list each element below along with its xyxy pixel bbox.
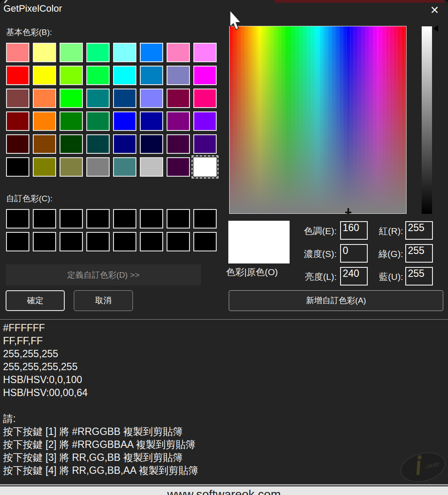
basic-color-swatch[interactable] [86, 111, 110, 131]
basic-color-swatch[interactable] [86, 66, 110, 85]
basic-color-swatch[interactable] [60, 89, 83, 108]
custom-colors-label: 自訂色彩(C): [6, 193, 53, 204]
luminance-marker-arrow-icon[interactable] [433, 25, 438, 32]
custom-color-swatch[interactable] [33, 209, 56, 228]
basic-color-swatch[interactable] [6, 134, 29, 154]
basic-color-swatch[interactable] [86, 134, 110, 154]
output-lines: #FFFFFFFF,FF,FF255,255,255255,255,255,25… [3, 321, 443, 477]
output-line: 按下按鍵 [3] 將 RR,GG,BB 複製到剪貼簿 [3, 451, 443, 464]
output-line: #FFFFFF [3, 321, 443, 334]
custom-color-swatch[interactable] [140, 209, 163, 228]
custom-color-swatch[interactable] [113, 209, 136, 228]
basic-color-swatch[interactable] [140, 43, 163, 62]
red-input[interactable] [405, 221, 433, 240]
basic-color-swatch[interactable] [60, 111, 83, 131]
basic-color-swatch[interactable] [6, 43, 29, 62]
basic-color-swatch[interactable] [113, 157, 136, 177]
basic-color-swatch[interactable] [60, 157, 83, 177]
basic-color-swatch[interactable] [86, 157, 110, 177]
basic-color-swatch[interactable] [167, 89, 190, 108]
basic-color-swatch[interactable] [86, 89, 110, 108]
basic-color-swatch[interactable] [167, 134, 190, 154]
basic-color-swatch[interactable] [6, 157, 29, 177]
footer-groove-line [0, 484, 448, 485]
mouse-cursor-icon [228, 10, 242, 30]
basic-color-swatch[interactable] [6, 66, 29, 85]
basic-color-swatch[interactable] [193, 111, 217, 131]
custom-color-swatch[interactable] [167, 209, 190, 228]
basic-color-swatch[interactable] [167, 66, 190, 85]
basic-color-swatch[interactable] [60, 43, 83, 62]
luminance-input[interactable] [340, 267, 368, 286]
basic-color-swatch[interactable] [193, 134, 217, 154]
red-label: 紅(R): [365, 225, 403, 237]
basic-color-swatch[interactable] [140, 134, 163, 154]
basic-color-swatch[interactable] [60, 134, 83, 154]
basic-color-swatch[interactable] [140, 89, 163, 108]
luminance-label: 亮度(L): [286, 271, 337, 283]
green-input[interactable] [405, 244, 433, 263]
custom-color-swatch[interactable] [193, 209, 217, 228]
basic-color-swatch[interactable] [113, 134, 136, 154]
basic-color-swatch[interactable] [113, 111, 136, 131]
basic-color-swatch[interactable] [6, 111, 29, 131]
output-line: 按下按鍵 [1] 將 #RRGGBB 複製到剪貼簿 [3, 425, 443, 438]
basic-color-swatch[interactable] [193, 43, 217, 62]
basic-color-swatch[interactable] [140, 111, 163, 131]
custom-color-swatch[interactable] [6, 232, 29, 251]
output-line: FF,FF,FF [3, 334, 443, 347]
basic-color-swatch[interactable] [167, 111, 190, 131]
basic-color-swatch[interactable] [33, 111, 56, 131]
custom-color-swatch[interactable] [86, 232, 110, 251]
luminance-bar[interactable] [422, 26, 432, 214]
basic-color-swatch[interactable] [6, 89, 29, 108]
basic-color-swatch[interactable] [167, 43, 190, 62]
basic-color-swatch[interactable] [33, 157, 56, 177]
basic-color-swatch[interactable] [86, 43, 110, 62]
basic-color-swatch[interactable] [140, 66, 163, 85]
custom-color-swatch[interactable] [33, 232, 56, 251]
hue-saturation-field[interactable] [229, 26, 407, 214]
output-line [3, 399, 443, 412]
custom-color-swatch[interactable] [140, 232, 163, 251]
basic-color-swatch[interactable] [33, 43, 56, 62]
basic-color-swatch[interactable] [113, 89, 136, 108]
basic-color-swatch[interactable] [113, 66, 136, 85]
basic-color-swatch[interactable] [60, 66, 83, 85]
basic-color-swatch[interactable] [113, 43, 136, 62]
basic-color-swatch[interactable] [33, 89, 56, 108]
window-title: GetPixelColor [3, 3, 62, 14]
footer-bar: www.softwareok.com [0, 486, 448, 495]
add-custom-color-button[interactable]: 新增自訂色彩(A) [229, 290, 443, 311]
output-line: HSB/HSV:00,00,64 [3, 386, 443, 399]
basic-color-swatch[interactable] [193, 157, 217, 177]
basic-color-swatch[interactable] [140, 157, 163, 177]
custom-color-swatch[interactable] [86, 209, 110, 228]
cancel-button[interactable]: 取消 [74, 290, 133, 311]
custom-color-swatch[interactable] [193, 232, 217, 251]
getpixelcolor-window: -note GetPixelColor ✕ 基本色彩(B): 自訂色彩(C): … [0, 0, 448, 495]
softwareok-link[interactable]: www.softwareok.com [167, 488, 281, 495]
basic-color-swatch[interactable] [33, 66, 56, 85]
basic-color-swatch[interactable] [167, 157, 190, 177]
basic-color-swatch[interactable] [33, 134, 56, 154]
custom-color-swatch[interactable] [60, 232, 83, 251]
ok-button[interactable]: 確定 [6, 290, 65, 311]
output-line: 255,255,255 [3, 347, 443, 360]
custom-color-swatch[interactable] [113, 232, 136, 251]
output-divider [0, 319, 448, 320]
basic-color-swatch[interactable] [193, 66, 217, 85]
saturation-input[interactable] [340, 244, 368, 263]
custom-color-swatch[interactable] [60, 209, 83, 228]
basic-color-swatch[interactable] [193, 89, 217, 108]
hue-saturation-marker-icon[interactable] [345, 208, 351, 214]
color-solid-label: 色彩|原色(O) [226, 266, 278, 278]
hue-input[interactable] [340, 221, 368, 240]
hue-label: 色調(E): [286, 225, 337, 237]
close-button[interactable]: ✕ [426, 2, 443, 18]
define-custom-colors-button[interactable]: 定義自訂色彩(D) >> [6, 264, 201, 286]
custom-color-swatch[interactable] [167, 232, 190, 251]
blue-input[interactable] [405, 267, 433, 286]
custom-color-swatch[interactable] [6, 209, 29, 228]
basic-colors-label: 基本色彩(B): [6, 27, 52, 38]
